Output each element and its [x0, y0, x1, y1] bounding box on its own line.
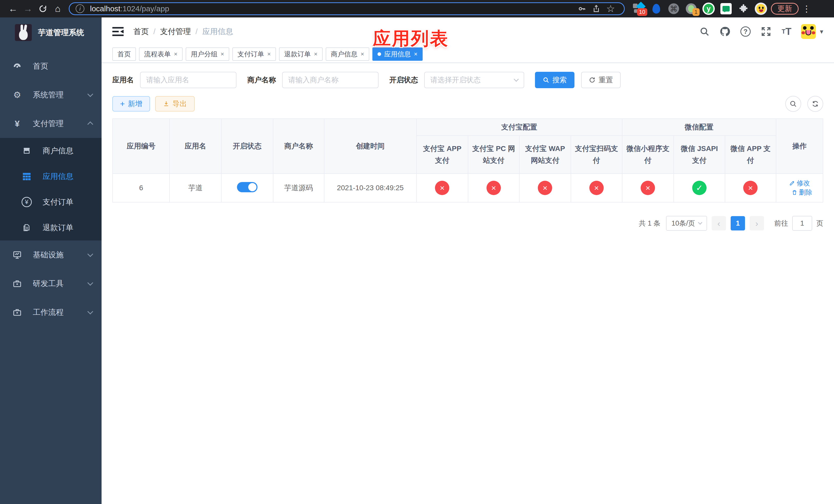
- merchant-name-input[interactable]: [282, 72, 378, 88]
- browser-home-icon[interactable]: ⌂: [50, 2, 65, 15]
- close-icon[interactable]: ×: [314, 50, 317, 58]
- profile-avatar-icon[interactable]: [753, 2, 768, 16]
- breadcrumb-home[interactable]: 首页: [133, 26, 149, 37]
- wx-app-status-icon: ×: [743, 181, 758, 195]
- dashboard-icon: [11, 62, 23, 71]
- github-icon[interactable]: [719, 25, 731, 38]
- sidebar-item-workflow[interactable]: 工作流程: [0, 298, 102, 327]
- close-icon[interactable]: ×: [360, 50, 364, 58]
- sidebar-item-refund-order[interactable]: 退款订单: [0, 215, 102, 240]
- tab-refund-order[interactable]: 退款订单×: [279, 47, 323, 61]
- help-icon[interactable]: ?: [739, 25, 752, 38]
- refresh-table-button[interactable]: [807, 96, 823, 112]
- extension-circle-icon[interactable]: 1: [684, 2, 699, 16]
- table-row: 6 芋道 芋道源码 2021-10-23 08:49:25 × × × × × …: [113, 174, 823, 202]
- sidebar-item-label: 退款订单: [43, 223, 73, 233]
- app-name-input[interactable]: [140, 72, 237, 88]
- sidebar-item-pay-order[interactable]: ¥ 支付订单: [0, 189, 102, 215]
- page-size-select[interactable]: 10条/页: [666, 216, 707, 231]
- breadcrumb-payment[interactable]: 支付管理: [160, 26, 191, 37]
- col-wx-app: 微信 APP 支付: [725, 136, 776, 174]
- chevron-down-icon: [87, 91, 93, 97]
- tab-pay-order[interactable]: 支付订单×: [232, 47, 276, 61]
- close-icon[interactable]: ×: [267, 50, 271, 58]
- extension-chat-icon[interactable]: [719, 2, 733, 16]
- next-page-button[interactable]: ›: [750, 216, 764, 230]
- status-label: 开启状态: [389, 75, 418, 85]
- status-select[interactable]: 请选择开启状态: [424, 72, 524, 88]
- app-title: 芋道管理系统: [38, 27, 84, 38]
- add-button[interactable]: + 新增: [112, 96, 150, 112]
- password-key-icon[interactable]: [575, 4, 589, 13]
- avatar-caret-icon[interactable]: ▾: [820, 28, 823, 36]
- sidebar-item-system[interactable]: ⚙ 系统管理: [0, 81, 102, 109]
- tags-view: 首页 流程表单× 用户分组× 支付订单× 退款订单× 商户信息× 应用信息×: [102, 46, 834, 63]
- browser-back-icon[interactable]: ←: [6, 2, 21, 15]
- sidebar-item-merchant-info[interactable]: 商户信息: [0, 138, 102, 164]
- export-button[interactable]: 导出: [155, 96, 195, 112]
- sidebar-item-payment[interactable]: ¥ 支付管理: [0, 109, 102, 138]
- header-search-icon[interactable]: [698, 25, 711, 38]
- close-icon[interactable]: ×: [221, 50, 224, 58]
- user-avatar[interactable]: [801, 24, 816, 39]
- reset-button-label: 重置: [598, 75, 613, 85]
- sidebar-item-dev-tools[interactable]: 研发工具: [0, 269, 102, 298]
- address-bar[interactable]: i localhost:1024/pay/app ☆: [69, 2, 625, 15]
- tab-label: 应用信息: [384, 50, 411, 59]
- extensions-puzzle-icon[interactable]: [736, 2, 751, 16]
- tab-label: 流程表单: [144, 50, 171, 59]
- sidebar-fold-icon[interactable]: [112, 27, 124, 37]
- extension-y-icon[interactable]: y: [701, 2, 716, 16]
- chevron-down-icon: [514, 77, 519, 82]
- breadcrumb-separator: /: [153, 27, 155, 36]
- close-icon[interactable]: ×: [174, 50, 177, 58]
- app-logo: [15, 24, 32, 41]
- sidebar-item-infrastructure[interactable]: 基础设施: [0, 240, 102, 269]
- site-info-icon[interactable]: i: [76, 4, 84, 13]
- close-icon[interactable]: ×: [414, 50, 418, 58]
- add-button-label: 新增: [128, 99, 142, 109]
- gear-icon: ⚙: [11, 90, 23, 100]
- tab-label: 用户分组: [191, 50, 218, 59]
- chevron-down-icon: [87, 280, 93, 286]
- search-button[interactable]: 搜索: [535, 72, 574, 88]
- cell-app-name: 芋道: [170, 174, 221, 202]
- delete-link-label: 删除: [799, 188, 812, 197]
- edit-link[interactable]: 修改: [789, 179, 810, 188]
- extension-command-icon[interactable]: ⌘: [666, 2, 681, 16]
- fullscreen-icon[interactable]: [760, 25, 772, 38]
- browser-menu-icon[interactable]: ⋮: [802, 4, 811, 14]
- prev-page-button[interactable]: ‹: [712, 216, 726, 230]
- sidebar-item-app-info[interactable]: 应用信息: [0, 164, 102, 189]
- tab-user-group[interactable]: 用户分组×: [186, 47, 229, 61]
- sidebar-logo-row[interactable]: 芋道管理系统: [0, 18, 102, 47]
- goto-page-input[interactable]: [792, 216, 812, 231]
- wx-jsapi-status-icon: ✓: [692, 181, 706, 195]
- status-select-placeholder: 请选择开启状态: [430, 75, 481, 85]
- current-page-button[interactable]: 1: [731, 216, 745, 230]
- toggle-search-button[interactable]: [785, 96, 801, 112]
- goto-unit-label: 页: [816, 219, 823, 228]
- col-created: 创建时间: [324, 119, 416, 174]
- share-icon[interactable]: [589, 4, 603, 13]
- breadcrumb-separator: /: [195, 27, 197, 36]
- active-dot: [377, 52, 381, 56]
- enabled-toggle[interactable]: [237, 182, 258, 192]
- browser-forward-icon[interactable]: →: [21, 2, 36, 15]
- tab-flow-form[interactable]: 流程表单×: [139, 47, 182, 61]
- col-wx-jsapi: 微信 JSAPI 支付: [674, 136, 725, 174]
- extension-diamond-icon[interactable]: 10: [631, 2, 646, 16]
- bookmark-star-icon[interactable]: ☆: [603, 3, 618, 14]
- export-button-label: 导出: [173, 99, 187, 109]
- toolbox-icon: [11, 279, 23, 288]
- chrome-update-button[interactable]: 更新: [771, 3, 798, 15]
- delete-link[interactable]: 删除: [791, 188, 812, 197]
- reset-button[interactable]: 重置: [581, 72, 621, 88]
- extension-balloon-icon[interactable]: [649, 2, 664, 16]
- tab-home[interactable]: 首页: [112, 47, 136, 61]
- browser-reload-icon[interactable]: [36, 2, 50, 15]
- tab-merchant-info[interactable]: 商户信息×: [326, 47, 369, 61]
- sidebar-item-home[interactable]: 首页: [0, 52, 102, 81]
- chevron-down-icon: [87, 251, 93, 257]
- font-size-icon[interactable]: TT: [781, 25, 793, 38]
